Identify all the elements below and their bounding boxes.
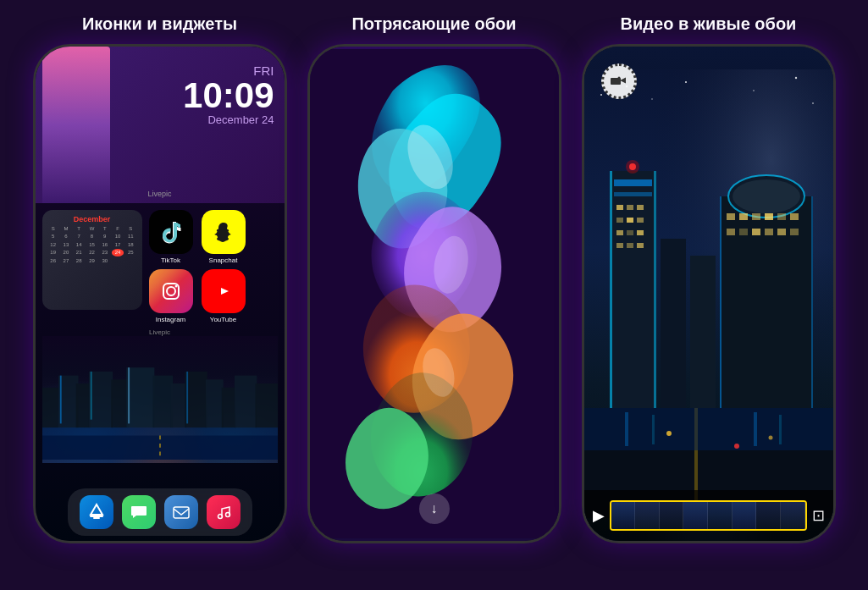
tiktok-icon bbox=[149, 210, 193, 254]
download-button[interactable]: ↓ bbox=[419, 494, 450, 524]
svg-rect-47 bbox=[637, 205, 644, 210]
cal-cell: 23 bbox=[99, 249, 111, 256]
svg-rect-11 bbox=[111, 379, 129, 427]
svg-rect-70 bbox=[790, 213, 799, 220]
svg-rect-17 bbox=[221, 388, 235, 427]
timeline-frame bbox=[660, 502, 684, 529]
svg-point-40 bbox=[794, 77, 796, 79]
calendar-widget: December S M T W T F S 5 6 bbox=[42, 210, 142, 310]
cal-cell: 20 bbox=[60, 249, 72, 256]
timeline-frame bbox=[635, 502, 660, 529]
lock-info: FRI 10:09 December 24 bbox=[183, 63, 274, 126]
dock-icon-messages[interactable] bbox=[122, 495, 156, 529]
app-icon-instagram[interactable]: Instagram bbox=[147, 269, 195, 323]
widget-row-1: December S M T W T F S 5 6 bbox=[42, 210, 278, 323]
svg-point-90 bbox=[768, 436, 772, 440]
cal-cell: 15 bbox=[86, 241, 97, 248]
instagram-label: Instagram bbox=[156, 316, 186, 323]
svg-rect-74 bbox=[765, 229, 773, 235]
cal-cell: 18 bbox=[124, 241, 136, 248]
svg-rect-86 bbox=[754, 412, 757, 446]
svg-rect-54 bbox=[616, 243, 623, 248]
dock-icon-appstore[interactable] bbox=[80, 495, 113, 529]
app-icon-youtube[interactable]: YouTube bbox=[200, 269, 247, 323]
svg-rect-12 bbox=[126, 367, 154, 427]
svg-point-41 bbox=[812, 102, 814, 104]
dock-icon-music[interactable] bbox=[207, 495, 240, 529]
cal-cell: 13 bbox=[60, 241, 72, 248]
svg-rect-53 bbox=[637, 230, 644, 235]
app-icon-snapchat[interactable]: Snapchat bbox=[200, 210, 247, 264]
cal-cell: 28 bbox=[73, 257, 85, 264]
cal-cell: F bbox=[112, 225, 124, 232]
city-night: ▶ bbox=[584, 47, 833, 541]
svg-rect-44 bbox=[614, 192, 652, 196]
svg-rect-55 bbox=[627, 243, 633, 248]
cal-cell: 17 bbox=[112, 241, 124, 248]
timeline-frame bbox=[781, 502, 805, 529]
app-icon-tiktok[interactable]: TikTok bbox=[147, 210, 195, 264]
svg-rect-16 bbox=[205, 379, 223, 427]
cal-cell: 10 bbox=[112, 233, 124, 240]
cal-cell: 26 bbox=[47, 257, 59, 264]
cal-cell: 14 bbox=[73, 241, 85, 248]
svg-rect-52 bbox=[627, 230, 633, 235]
svg-point-38 bbox=[685, 81, 687, 83]
svg-rect-76 bbox=[790, 229, 799, 235]
calendar-grid: S M T W T F S 5 6 7 8 9 bbox=[47, 225, 137, 264]
svg-rect-15 bbox=[185, 372, 207, 427]
svg-rect-57 bbox=[610, 171, 612, 408]
youtube-label: YouTube bbox=[210, 316, 236, 323]
cal-cell: S bbox=[124, 225, 136, 232]
timeline-strip[interactable] bbox=[610, 500, 807, 531]
snapchat-label: Snapchat bbox=[209, 256, 238, 264]
svg-rect-7 bbox=[42, 388, 58, 427]
svg-rect-49 bbox=[627, 218, 633, 223]
app-dock bbox=[68, 488, 252, 536]
city-night-svg bbox=[584, 47, 833, 541]
svg-rect-85 bbox=[652, 415, 655, 444]
svg-point-28 bbox=[225, 513, 229, 517]
calendar-month: December bbox=[47, 215, 137, 223]
svg-rect-83 bbox=[584, 408, 833, 450]
cal-cell: 29 bbox=[86, 257, 97, 264]
cal-cell: 8 bbox=[86, 233, 97, 240]
cal-cell: 16 bbox=[99, 241, 111, 248]
dock-icon-mail[interactable] bbox=[164, 495, 198, 529]
timeline-frame bbox=[733, 502, 757, 529]
svg-rect-19 bbox=[255, 383, 277, 427]
city-svg bbox=[42, 336, 278, 463]
svg-rect-78 bbox=[811, 196, 813, 408]
cal-cell: M bbox=[60, 225, 72, 232]
lock-date: December 24 bbox=[183, 113, 274, 126]
cal-cell: 7 bbox=[73, 233, 85, 240]
cal-cell-today: 24 bbox=[112, 249, 124, 256]
panel-3-title: Видео в живые обои bbox=[614, 10, 804, 37]
person-image bbox=[42, 47, 110, 203]
play-button[interactable]: ▶ bbox=[593, 506, 605, 525]
svg-rect-43 bbox=[614, 179, 652, 186]
phone-frame-3: ▶ bbox=[582, 44, 836, 543]
svg-rect-79 bbox=[661, 239, 686, 408]
svg-rect-67 bbox=[752, 213, 760, 220]
cal-cell: 30 bbox=[99, 257, 111, 264]
cal-cell: 6 bbox=[60, 233, 72, 240]
phone-frame-1: FRI 10:09 December 24 Livepic December S bbox=[33, 44, 287, 543]
svg-rect-21 bbox=[90, 372, 91, 420]
svg-rect-20 bbox=[59, 376, 61, 424]
svg-rect-23 bbox=[186, 372, 188, 423]
svg-rect-73 bbox=[752, 229, 760, 235]
cal-cell: W bbox=[86, 225, 97, 232]
cal-cell: S bbox=[47, 225, 59, 232]
svg-rect-80 bbox=[690, 256, 716, 408]
svg-rect-22 bbox=[128, 367, 130, 423]
svg-point-88 bbox=[666, 431, 672, 436]
crop-button[interactable]: ⊡ bbox=[812, 506, 825, 525]
timeline-frame bbox=[708, 502, 733, 529]
cal-cell: 25 bbox=[124, 249, 136, 256]
svg-rect-45 bbox=[616, 205, 623, 210]
svg-point-60 bbox=[626, 160, 639, 174]
cal-cell: 11 bbox=[124, 233, 136, 240]
video-record-button[interactable] bbox=[601, 63, 637, 99]
app-icon-grid: TikTok Snapchat bbox=[147, 210, 247, 323]
